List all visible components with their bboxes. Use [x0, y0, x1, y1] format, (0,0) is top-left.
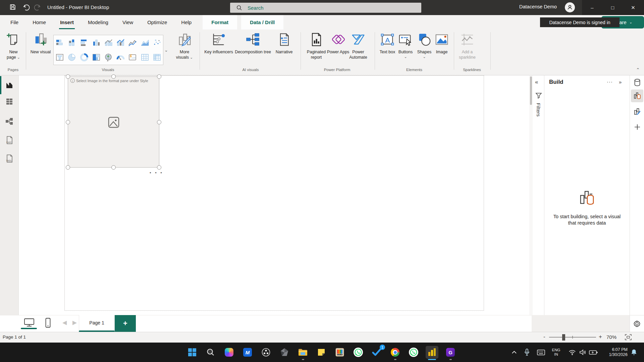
taskbar-sticky-notes-icon[interactable]	[315, 346, 328, 359]
desktop-layout-button[interactable]	[23, 318, 35, 327]
account-avatar-icon[interactable]	[565, 2, 575, 12]
resize-handle-ne[interactable]	[157, 74, 161, 79]
clustered-column-chart-icon[interactable]	[92, 38, 101, 47]
taskbar-photos-icon[interactable]	[333, 346, 346, 359]
tab-view[interactable]: View	[115, 15, 140, 29]
visual-options-icon[interactable]: • • •	[150, 170, 163, 175]
data-pane-button[interactable]	[633, 78, 641, 86]
model-view-button[interactable]	[0, 114, 19, 129]
resize-handle-nw[interactable]	[66, 74, 70, 79]
tray-touch-keyboard-icon[interactable]	[535, 343, 547, 362]
zoom-slider-handle[interactable]	[562, 334, 565, 341]
taskbar-windows-start-icon[interactable]	[186, 346, 199, 359]
area-chart-icon[interactable]	[141, 38, 149, 47]
build-more-options-icon[interactable]: ···	[607, 79, 613, 84]
tab-file[interactable]: File	[3, 15, 25, 29]
collapse-build-pane-icon[interactable]: »	[619, 79, 622, 85]
scrollbar-thumb[interactable]	[530, 76, 532, 105]
resize-handle-s[interactable]	[111, 165, 116, 170]
tab-insert[interactable]: Insert	[53, 15, 81, 29]
matrix-icon[interactable]	[153, 53, 161, 62]
tab-optimize[interactable]: Optimize	[140, 15, 174, 29]
taskbar-g-app-icon[interactable]: G	[444, 346, 457, 359]
resize-handle-se[interactable]	[157, 165, 161, 170]
tray-show-hidden-icons[interactable]	[509, 343, 519, 362]
tab-modeling[interactable]: Modeling	[81, 15, 115, 29]
ribbon-shapes-button[interactable]: Shapes⌄	[414, 31, 435, 68]
treemap-icon[interactable]	[92, 53, 101, 62]
ribbon-new-visual-button[interactable]: New visual	[30, 31, 52, 68]
build-pane-button[interactable]	[633, 92, 641, 100]
table-view-button[interactable]	[0, 94, 19, 109]
stacked-column-chart-icon[interactable]	[67, 38, 76, 47]
report-view-button[interactable]	[0, 78, 19, 93]
format-pane-button[interactable]	[633, 108, 641, 116]
mobile-layout-button[interactable]	[45, 317, 51, 328]
expand-filters-icon[interactable]: «	[535, 79, 538, 85]
filters-pane-title[interactable]: Filters	[536, 103, 541, 117]
gallery-dropdown-icon[interactable]: ⌄	[164, 48, 168, 53]
zoom-out-button[interactable]: -	[543, 334, 545, 340]
ribbon-key-influencers-button[interactable]: Key influencers	[204, 31, 234, 68]
card-icon[interactable]: 123	[128, 53, 137, 62]
resize-handle-sw[interactable]	[66, 165, 70, 170]
account-name[interactable]: Datacense Demo	[519, 4, 557, 9]
tray-language-indicator[interactable]: ENG IN	[549, 343, 564, 362]
zoom-in-button[interactable]: +	[599, 334, 602, 340]
search-input[interactable]: Search	[230, 3, 421, 13]
tray-volume-icon[interactable]	[578, 343, 588, 362]
ribbon-image-button[interactable]: Image	[432, 31, 451, 68]
ribbon-power-automate-button[interactable]: Power Automate	[344, 31, 373, 68]
taskbar-copilot-icon[interactable]	[223, 346, 235, 359]
tab-format[interactable]: Format	[203, 15, 237, 29]
close-button[interactable]: ✕	[623, 0, 643, 15]
taskbar-whatsapp-icon[interactable]	[352, 346, 365, 359]
table-icon[interactable]	[141, 53, 149, 62]
fit-to-page-icon[interactable]	[625, 334, 632, 341]
visual-gallery[interactable]: 123	[53, 35, 163, 65]
tab-data-drill[interactable]: Data / Drill	[241, 15, 283, 29]
tab-help[interactable]: Help	[174, 15, 199, 29]
minimize-button[interactable]: –	[582, 0, 602, 15]
stacked-bar-chart-icon[interactable]	[55, 38, 64, 47]
donut-chart-icon[interactable]	[80, 53, 89, 62]
line-and-clustered-column-chart-icon[interactable]	[116, 38, 125, 47]
line-chart-icon[interactable]	[128, 38, 137, 47]
tray-notifications-bell-icon[interactable]	[629, 343, 639, 362]
dax-query-view-button[interactable]: DAX	[0, 132, 19, 148]
resize-handle-n[interactable]	[111, 74, 116, 79]
zoom-level[interactable]: 70%	[606, 334, 616, 340]
tray-microphone-icon[interactable]	[522, 343, 532, 362]
taskbar-power-bi-icon[interactable]	[426, 346, 438, 359]
image-visual-selected[interactable]: i Select Image in the format pane under …	[68, 76, 159, 168]
add-pane-button[interactable]	[633, 123, 641, 131]
taskbar-windows-search-icon[interactable]	[204, 346, 217, 359]
map-icon[interactable]	[104, 53, 113, 62]
settings-gear-icon[interactable]	[633, 320, 641, 328]
tab-home[interactable]: Home	[25, 15, 53, 29]
canvas-scrollbar[interactable]	[529, 75, 533, 315]
tray-wifi-icon[interactable]	[567, 343, 578, 362]
tray-clock[interactable]: 6:07 PM 1/30/2026	[601, 343, 628, 362]
maximize-button[interactable]: □	[602, 0, 623, 15]
ribbon-more-visuals-button[interactable]: More visuals⌄	[172, 31, 197, 68]
clustered-bar-chart-icon[interactable]	[80, 38, 89, 47]
taskbar-m-app-icon[interactable]: M	[241, 346, 254, 359]
ribbon-chart-icon[interactable]	[55, 53, 64, 62]
taskbar-whatsapp-2-icon[interactable]	[407, 346, 420, 359]
tmdl-view-button[interactable]: TMDL	[0, 151, 19, 166]
ribbon-decomposition-tree-button[interactable]: Decomposition tree	[234, 31, 272, 68]
save-icon[interactable]	[9, 4, 16, 10]
taskbar-file-explorer-icon[interactable]	[297, 346, 309, 359]
gauge-icon[interactable]	[116, 53, 125, 62]
tray-battery-icon[interactable]	[588, 343, 599, 362]
undo-icon[interactable]	[23, 4, 30, 11]
pie-chart-icon[interactable]	[67, 53, 76, 62]
taskbar-obs-icon[interactable]	[260, 346, 272, 359]
ribbon-new-page-button[interactable]: New page⌄	[3, 31, 24, 68]
resize-handle-w[interactable]	[66, 120, 70, 124]
resize-handle-e[interactable]	[157, 120, 161, 124]
collapse-ribbon-icon[interactable]: ⌃	[636, 67, 640, 72]
taskbar-chrome-icon[interactable]	[389, 346, 401, 359]
taskbar-todo-check-icon[interactable]: 1	[370, 346, 383, 359]
